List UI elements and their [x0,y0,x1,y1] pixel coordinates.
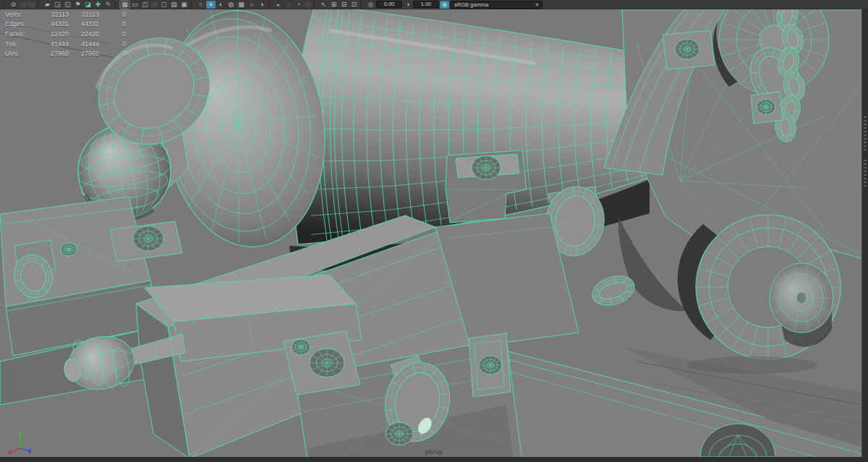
film-gate-icon[interactable]: ▭ [130,1,140,9]
hud-verts-selected: 0 [99,11,126,18]
poly-count-hud: Verts: 22113 22113 0 Edges: 44331 44331 … [5,9,126,59]
hud-edges-total: 44331 [47,20,69,27]
hud-tris-selected-obj: 41444 [69,40,99,48]
chevron-down-icon: ▼ [535,1,540,8]
camera-roll-3d-icon[interactable]: ◱ [63,1,72,9]
gamma-field[interactable]: 1.00 [413,1,439,8]
hud-verts-selected-obj: 22113 [69,11,99,18]
toolbar-separator [361,1,364,8]
hud-edges-selected-obj: 44331 [69,20,99,27]
toolbar-empty-slot [27,1,35,8]
hud-edges-label: Edges: [5,20,47,27]
grid-icon[interactable]: ▦ [120,1,129,9]
axis-z-cap [27,449,31,453]
hud-uvs-selected: 0 [99,50,126,57]
multisample-icon[interactable]: ◔ [294,1,303,9]
isolate-select-icon[interactable]: ⊘ [9,1,18,9]
hud-verts-total: 22113 [47,11,69,18]
viewport-3d[interactable] [0,0,868,462]
hud-row-tris: Tris: 41444 41444 0 [5,39,126,49]
hud-tris-selected: 0 [99,40,126,48]
gate-mask-icon[interactable]: ◻ [159,1,169,9]
pencil-icon[interactable]: ✎ [103,1,113,9]
hud-faces-total: 22420 [47,30,69,38]
safe-title-icon[interactable]: ▣ [179,1,189,9]
camera-name-label: persp [0,448,868,455]
exposure-icon[interactable]: ◎ [366,1,375,9]
hud-faces-selected-obj: 22420 [69,30,99,38]
smooth-shade-icon[interactable]: ● [206,1,216,9]
hud-row-edges: Edges: 44331 44331 0 [5,20,126,30]
toolbar-separator [38,1,41,8]
bookmark-icon[interactable]: ⚑ [73,1,82,9]
view-transform-dropdown[interactable]: sRGB gamma▼ [450,1,542,9]
motion-blur-icon[interactable]: ◌ [284,1,293,9]
checker-display-icon[interactable]: ▩ [237,1,246,9]
viewport-bottom-edge [0,457,868,462]
toolbar-empty-slot [150,1,158,8]
axis-x-line [11,448,20,453]
select-region-icon[interactable]: ↖ [319,1,328,9]
flat-shade-icon[interactable]: ◐ [216,1,226,9]
right-panel-tab-strip[interactable] [861,9,868,457]
axis-x-cap [9,451,12,455]
camcorder-icon[interactable]: ▰ [43,1,52,9]
view-axis-gizmo: y [4,431,33,458]
pane-toggle-icon[interactable]: ⊡ [349,1,359,9]
occlusion-icon[interactable]: ◒ [273,1,283,9]
shadows-icon[interactable]: ◑ [257,1,266,9]
hud-uvs-selected-obj: 27960 [69,50,99,57]
axis-y-label: y [19,431,22,437]
contrast-icon[interactable]: ◑ [403,1,412,9]
textured-display-icon[interactable]: ◍ [226,1,236,9]
copy-layout-icon[interactable]: ⊞ [329,1,339,9]
hud-edges-selected: 0 [99,20,126,27]
exposure-field[interactable]: 0.00 [376,1,402,8]
hud-row-verts: Verts: 22113 22113 0 [5,9,126,20]
hud-tris-total: 41444 [47,40,69,48]
hud-verts-label: Verts: [5,11,47,18]
field-chart-icon[interactable]: ▤ [169,1,179,9]
camera-pan-2d-icon[interactable]: ◲ [53,1,62,9]
paste-layout-icon[interactable]: ⊟ [339,1,349,9]
hud-row-uvs: UVs: 27960 27960 0 [5,48,126,59]
wireframe-display-icon[interactable]: ○ [196,1,205,9]
resolution-gate-icon[interactable]: ◫ [140,1,150,9]
toolbar-separator [191,1,194,8]
toolbar-empty-slot [19,1,27,8]
toolbar-separator [4,1,7,8]
toolbar-empty-slot [304,1,312,8]
cheek-bolt-plate [663,30,715,69]
hud-faces-selected: 0 [99,30,126,38]
panel-toolbar: ⊘▰◲◱⚑◪✚✎▦▭◫◻▤▣○●◐◍▩☼◑◒◌◔↖⊞⊟⊡◎0.00◑1.00◉s… [0,0,868,9]
hud-uvs-label: UVs: [5,50,47,57]
toolbar-separator [268,1,271,8]
hud-faces-label: Faces: [5,30,47,38]
maya-window: ⊘▰◲◱⚑◪✚✎▦▭◫◻▤▣○●◐◍▩☼◑◒◌◔↖⊞⊟⊡◎0.00◑1.00◉s… [0,0,868,462]
toolbar-separator [115,1,118,8]
panel-tab-mark[interactable] [864,158,867,187]
hud-uvs-total: 27960 [47,50,69,57]
hud-tris-label: Tris: [5,40,47,48]
cheek-bolt-plate [751,92,783,124]
image-plane-icon[interactable]: ◪ [83,1,93,9]
move-manipulator-icon[interactable]: ✚ [93,1,103,9]
hud-row-faces: Faces: 22420 22420 0 [5,29,126,39]
toolbar-separator [314,1,317,8]
panel-tab-mark[interactable] [864,114,867,152]
view-transform-icon[interactable]: ◉ [440,1,449,9]
use-lights-icon[interactable]: ☼ [247,1,256,9]
